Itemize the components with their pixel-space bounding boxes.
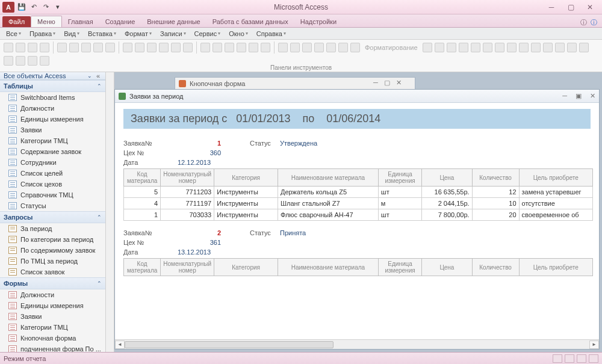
close-button[interactable]: ✕ xyxy=(583,2,597,12)
bg-min-icon[interactable]: ─ xyxy=(373,79,378,87)
nav-item[interactable]: По ТМЦ за период xyxy=(0,256,105,267)
column-header[interactable]: Цена xyxy=(422,169,472,187)
column-header[interactable]: Цель приобрете xyxy=(519,169,592,187)
ribbon-tool-b1[interactable] xyxy=(435,43,444,52)
ribbon-tool-26[interactable] xyxy=(338,43,348,52)
column-header[interactable]: Единица измерения xyxy=(378,169,421,187)
ribbon-tool-21[interactable] xyxy=(278,43,288,52)
rmenu-window[interactable]: Окно▾ xyxy=(225,29,252,39)
ribbon-tool-2[interactable] xyxy=(28,43,37,52)
nav-item[interactable]: Список заявок xyxy=(0,267,105,277)
ribbon-tool-17[interactable] xyxy=(225,43,234,52)
ribbon-tool-12[interactable] xyxy=(159,43,169,52)
nav-item[interactable]: подчиненная форма По ... xyxy=(0,344,105,352)
bg-max-icon[interactable]: ▢ xyxy=(384,79,390,87)
nav-item[interactable]: Список цехов xyxy=(0,179,105,190)
rmenu-format[interactable]: Формат▾ xyxy=(121,29,155,39)
ribbon-tool-b2[interactable] xyxy=(447,43,456,52)
nav-item[interactable]: Должности xyxy=(0,103,105,114)
nav-item[interactable]: Статусы xyxy=(0,200,105,211)
column-header[interactable]: Количество xyxy=(472,259,519,276)
report-window-titlebar[interactable]: Заявки за период ─ ▣ ✕ xyxy=(115,90,599,103)
ribbon-tool-18[interactable] xyxy=(237,43,246,52)
nav-item[interactable]: Switchboard Items xyxy=(0,92,105,103)
tab-dbtools[interactable]: Работа с базами данных xyxy=(206,16,294,27)
ribbon-tool-3[interactable] xyxy=(40,43,49,52)
ribbon-tool-7[interactable] xyxy=(93,43,103,52)
ribbon-tool-1[interactable] xyxy=(16,43,25,52)
ribbon-tool-19[interactable] xyxy=(249,43,258,52)
ribbon-tool-16[interactable] xyxy=(213,43,222,52)
nav-collapse-icon[interactable]: « xyxy=(95,72,102,79)
nav-item[interactable]: Содержание заявок xyxy=(0,146,105,157)
column-header[interactable]: Количество xyxy=(472,169,519,187)
column-header[interactable]: Код материала xyxy=(124,169,161,187)
table-row[interactable]: 47711197ИнструментыШланг стальной Z7м2 0… xyxy=(124,198,593,209)
tab-create[interactable]: Создание xyxy=(99,16,141,27)
ribbon-tool-22[interactable] xyxy=(290,43,300,52)
nav-group-1[interactable]: Запросы⌃ xyxy=(0,211,105,223)
bg-close-icon[interactable]: ✕ xyxy=(396,79,402,87)
ribbon-tool-b0[interactable] xyxy=(423,43,432,52)
ribbon-tool-b14[interactable] xyxy=(4,56,13,66)
view-print-icon[interactable] xyxy=(565,354,574,363)
rmenu-help[interactable]: Справка▾ xyxy=(253,29,290,39)
ribbon-tool-b9[interactable] xyxy=(531,43,541,52)
column-header[interactable]: Номенклатурный номер xyxy=(161,169,214,187)
column-header[interactable]: Наименование материала xyxy=(278,169,378,187)
redo-icon[interactable]: ↷ xyxy=(41,2,51,12)
chevron-down-icon[interactable]: ⌄ xyxy=(87,73,92,79)
horizontal-scrollbar[interactable]: ◄ ► xyxy=(115,339,599,349)
nav-item[interactable]: Сотрудники xyxy=(0,157,105,168)
tab-menu[interactable]: Меню xyxy=(31,16,62,27)
qat-dropdown-icon[interactable]: ▾ xyxy=(53,2,63,12)
ribbon-tool-b11[interactable] xyxy=(555,43,565,52)
rmenu-all[interactable]: Все▾ xyxy=(2,29,25,39)
column-header[interactable]: Категория xyxy=(214,169,278,187)
rw-minimize-icon[interactable]: ─ xyxy=(562,92,567,100)
column-header[interactable]: Цена xyxy=(422,259,472,276)
nav-item[interactable]: Кнопочная форма xyxy=(0,333,105,344)
tab-external[interactable]: Внешние данные xyxy=(141,16,206,27)
minimize-button[interactable]: ─ xyxy=(544,2,559,12)
scroll-thumb[interactable] xyxy=(125,341,334,348)
nav-item[interactable]: Единицы измерения xyxy=(0,300,105,311)
view-layout-icon[interactable] xyxy=(577,354,586,363)
scroll-right-icon[interactable]: ► xyxy=(589,341,599,349)
ribbon-collapse-icon[interactable]: ⓘ xyxy=(580,18,587,27)
ribbon-tool-b13[interactable] xyxy=(579,43,589,52)
ribbon-tool-b7[interactable] xyxy=(507,43,517,52)
nav-item[interactable]: Должности xyxy=(0,289,105,300)
nav-item[interactable]: Единицы измерения xyxy=(0,114,105,125)
tab-file[interactable]: Файл xyxy=(2,16,31,27)
ribbon-tool-5[interactable] xyxy=(69,43,79,52)
ribbon-tool-8[interactable] xyxy=(105,43,115,52)
ribbon-tool-b4[interactable] xyxy=(471,43,480,52)
rmenu-edit[interactable]: Правка▾ xyxy=(26,29,59,39)
tab-home[interactable]: Главная xyxy=(62,16,99,27)
ribbon-tool-10[interactable] xyxy=(135,43,144,52)
nav-item[interactable]: За период xyxy=(0,223,105,234)
save-icon[interactable]: 💾 xyxy=(17,2,26,12)
column-header[interactable]: Номенклатурный номер xyxy=(161,259,214,276)
ribbon-tool-4[interactable] xyxy=(57,43,67,52)
nav-item[interactable]: Категории ТМЦ xyxy=(0,135,105,146)
ribbon-tool-b10[interactable] xyxy=(543,43,553,52)
access-app-icon[interactable]: A xyxy=(2,2,14,13)
ribbon-tool-6[interactable] xyxy=(81,43,91,52)
ribbon-tool-b8[interactable] xyxy=(519,43,529,52)
column-header[interactable]: Цель приобрете xyxy=(519,259,592,276)
ribbon-tool-b17[interactable] xyxy=(40,56,49,66)
help-icon[interactable]: ⓘ xyxy=(591,18,597,27)
table-row[interactable]: 1703033ИнструментыФлюс сварочный АН-47шт… xyxy=(124,209,593,221)
rmenu-service[interactable]: Сервис▾ xyxy=(191,29,225,39)
column-header[interactable]: Код материала xyxy=(124,259,161,276)
ribbon-tool-b12[interactable] xyxy=(567,43,577,52)
column-header[interactable]: Наименование материала xyxy=(278,259,378,276)
ribbon-tool-25[interactable] xyxy=(326,43,336,52)
nav-item[interactable]: Категории ТМЦ xyxy=(0,322,105,333)
ribbon-tool-11[interactable] xyxy=(147,43,157,52)
nav-item[interactable]: Список целей xyxy=(0,168,105,179)
ribbon-tool-b3[interactable] xyxy=(459,43,468,52)
rw-close-icon[interactable]: ✕ xyxy=(590,92,595,100)
